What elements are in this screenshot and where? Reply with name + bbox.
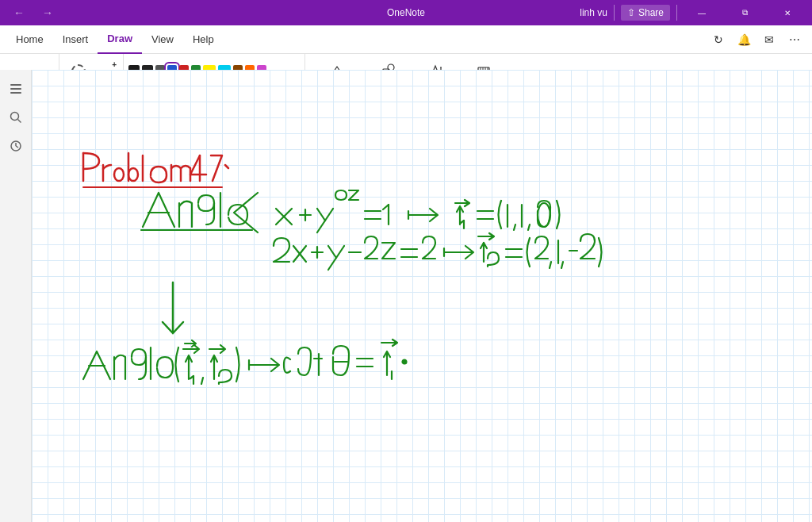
app-title: OneNote <box>387 7 425 18</box>
tab-help[interactable]: Help <box>183 25 224 54</box>
divider2 <box>676 5 677 21</box>
svg-rect-10 <box>10 92 21 94</box>
titlebar-left: ← → <box>6 0 60 25</box>
share-icon: ⇧ <box>627 7 635 18</box>
tab-view[interactable]: View <box>142 25 183 54</box>
svg-line-12 <box>17 120 21 123</box>
sync-icon: ↻ <box>714 33 723 46</box>
back-button[interactable]: ← <box>6 0 32 25</box>
svg-point-18 <box>538 203 550 227</box>
svg-line-15 <box>16 146 18 148</box>
share-button[interactable]: ⇧ Share <box>621 5 670 21</box>
ribbon-tabs: Home Insert Draw View Help ↻ 🔔 ✉ ⋯ <box>0 25 812 54</box>
svg-point-19 <box>403 360 407 364</box>
history-icon[interactable] <box>3 133 29 159</box>
restore-button[interactable]: ⧉ <box>726 0 763 25</box>
bell-icon: 🔔 <box>737 33 751 46</box>
divider <box>614 5 615 21</box>
minimize-button[interactable]: — <box>684 0 720 25</box>
titlebar-right: linh vu ⇧ Share — ⧉ ✕ <box>580 0 806 25</box>
search-icon[interactable] <box>3 105 29 130</box>
svg-rect-9 <box>10 88 21 90</box>
svg-point-16 <box>114 168 124 181</box>
alerts-button[interactable]: 🔔 <box>733 30 755 49</box>
close-button[interactable]: ✕ <box>769 0 806 25</box>
tab-home[interactable]: Home <box>6 25 53 54</box>
user-name[interactable]: linh vu <box>580 7 607 18</box>
notifications-button[interactable]: ✉ <box>758 30 780 49</box>
sidebar <box>0 70 32 522</box>
svg-point-11 <box>10 113 18 121</box>
sections-icon[interactable] <box>3 76 29 102</box>
tab-draw[interactable]: Draw <box>98 25 142 54</box>
more-button[interactable]: ⋯ <box>783 30 806 49</box>
sync-button[interactable]: ↻ <box>707 30 730 49</box>
forward-button[interactable]: → <box>35 0 60 25</box>
problem-label <box>83 153 228 187</box>
svg-rect-8 <box>10 84 21 86</box>
note-content <box>32 70 812 522</box>
titlebar: ← → OneNote linh vu ⇧ Share — ⧉ ✕ <box>0 0 812 25</box>
eraser-plus-icon: + <box>112 60 117 69</box>
svg-point-17 <box>128 168 138 181</box>
canvas-area[interactable] <box>32 70 812 522</box>
notification-icon: ✉ <box>764 33 774 46</box>
more-icon: ⋯ <box>789 33 800 46</box>
tab-insert[interactable]: Insert <box>53 25 98 54</box>
share-label: Share <box>638 7 664 18</box>
